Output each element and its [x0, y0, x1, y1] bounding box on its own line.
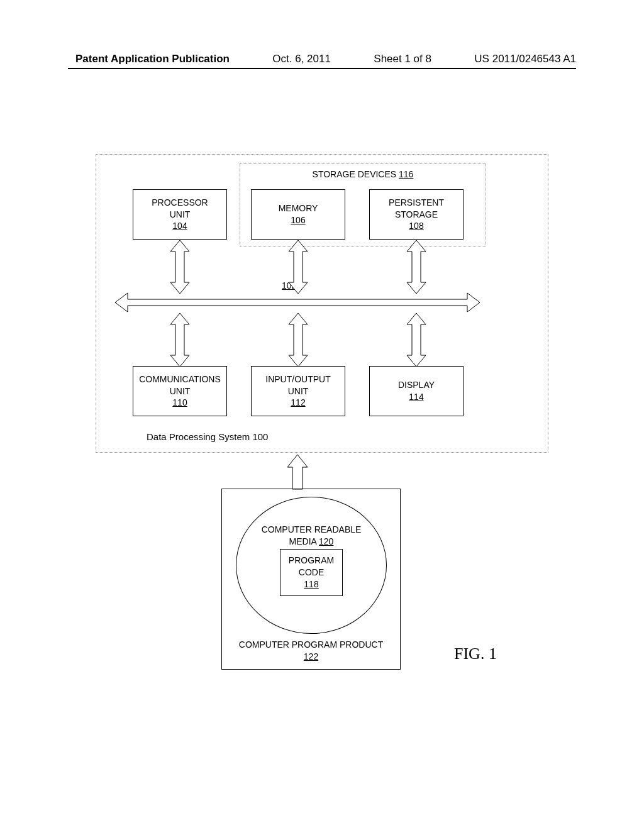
- data-processing-system-box: STORAGE DEVICES 116 PROCESSOR UNIT 104 M…: [96, 154, 548, 453]
- svg-marker-4: [170, 313, 189, 367]
- system-label: Data Processing System 100: [147, 431, 268, 442]
- svg-marker-5: [289, 313, 308, 367]
- processor-unit-block: PROCESSOR UNIT 104: [133, 189, 227, 240]
- svg-marker-6: [407, 313, 426, 367]
- program-code-block: PROGRAM CODE 118: [280, 549, 343, 596]
- double-arrow-icon: [170, 240, 189, 294]
- double-arrow-icon: [407, 240, 426, 294]
- input-output-unit-block: INPUT/OUTPUT UNIT 112: [251, 366, 345, 416]
- computer-program-product-label: COMPUTER PROGRAM PRODUCT 122: [222, 639, 400, 663]
- storage-devices-label: STORAGE DEVICES 116: [240, 169, 486, 179]
- svg-marker-3: [407, 240, 426, 294]
- svg-marker-0: [115, 293, 480, 312]
- publication-date: Oct. 6, 2011: [272, 53, 331, 65]
- computer-program-product-box: COMPUTER READABLE MEDIA 120 PROGRAM CODE…: [221, 489, 401, 670]
- bus-arrow-icon: [115, 293, 480, 312]
- communications-unit-block: COMMUNICATIONS UNIT 110: [133, 366, 227, 416]
- svg-marker-2: [289, 240, 308, 294]
- persistent-storage-block: PERSISTENT STORAGE 108: [369, 189, 464, 240]
- double-arrow-icon: [407, 313, 426, 367]
- double-arrow-icon: [289, 240, 308, 294]
- display-block: DISPLAY 114: [369, 366, 464, 416]
- page-header: Patent Application Publication Oct. 6, 2…: [0, 53, 644, 65]
- svg-marker-1: [170, 240, 189, 294]
- memory-block: MEMORY 106: [251, 189, 345, 240]
- header-rule: [68, 68, 576, 69]
- up-arrow-icon: [287, 455, 308, 489]
- publication-number: US 2011/0246543 A1: [474, 53, 576, 65]
- figure-diagram: STORAGE DEVICES 116 PROCESSOR UNIT 104 M…: [96, 154, 548, 670]
- publication-type: Patent Application Publication: [75, 53, 230, 65]
- double-arrow-icon: [170, 313, 189, 367]
- svg-marker-7: [287, 455, 308, 489]
- sheet-number: Sheet 1 of 8: [374, 53, 431, 65]
- double-arrow-icon: [289, 313, 308, 367]
- figure-label: FIG. 1: [454, 645, 497, 663]
